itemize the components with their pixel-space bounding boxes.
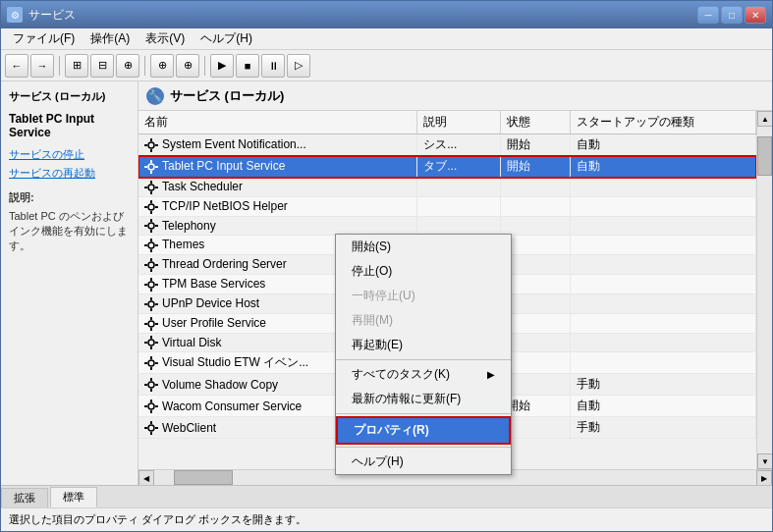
maximize-button[interactable]: □ bbox=[721, 6, 743, 24]
menu-view[interactable]: 表示(V) bbox=[138, 28, 193, 49]
forward-button[interactable]: → bbox=[30, 54, 54, 78]
context-menu-item[interactable]: プロパティ(R) bbox=[336, 416, 511, 445]
cell-status: 開始 bbox=[501, 156, 571, 178]
cell-name: System Event Notification... bbox=[138, 134, 417, 156]
svg-rect-11 bbox=[150, 181, 152, 184]
svg-rect-29 bbox=[155, 244, 158, 246]
h-scroll-right-button[interactable]: ▶ bbox=[756, 470, 772, 485]
cell-desc bbox=[417, 216, 501, 236]
col-desc[interactable]: 説明 bbox=[417, 111, 501, 134]
cell-desc bbox=[417, 178, 501, 197]
tab-standard[interactable]: 標準 bbox=[50, 487, 97, 507]
cell-startup bbox=[571, 178, 756, 197]
svg-rect-7 bbox=[150, 171, 152, 174]
table-row[interactable]: Telephony bbox=[138, 216, 756, 236]
svg-rect-68 bbox=[144, 405, 147, 407]
svg-rect-22 bbox=[150, 230, 152, 233]
table-row[interactable]: System Event Notification... シス... 開始 自動 bbox=[138, 134, 756, 156]
svg-point-25 bbox=[148, 242, 154, 248]
folder-button[interactable]: ⊟ bbox=[90, 54, 114, 78]
view-button[interactable]: ⊕ bbox=[176, 54, 199, 78]
stop-button[interactable]: ■ bbox=[236, 54, 259, 78]
svg-rect-51 bbox=[150, 336, 152, 339]
close-button[interactable]: ✕ bbox=[745, 6, 766, 24]
play-button[interactable]: ▶ bbox=[210, 54, 234, 78]
svg-point-10 bbox=[148, 185, 154, 190]
stop-service-link[interactable]: サービスの停止 bbox=[9, 147, 130, 162]
scroll-track[interactable] bbox=[757, 127, 772, 453]
cell-startup bbox=[571, 216, 756, 236]
menu-file[interactable]: ファイル(F) bbox=[5, 28, 83, 49]
svg-rect-3 bbox=[144, 144, 147, 146]
h-scroll-thumb[interactable] bbox=[174, 470, 233, 485]
main-content: サービス (ローカル) Tablet PC Input Service サービス… bbox=[1, 81, 772, 485]
svg-rect-49 bbox=[155, 323, 158, 325]
back-button[interactable]: ← bbox=[5, 54, 28, 78]
svg-rect-2 bbox=[150, 149, 152, 152]
cell-status bbox=[501, 178, 571, 197]
context-menu-separator bbox=[336, 447, 511, 448]
svg-rect-53 bbox=[144, 342, 147, 344]
minimize-button[interactable]: ─ bbox=[697, 6, 719, 24]
context-menu-item[interactable]: 開始(S) bbox=[336, 235, 511, 259]
menu-action[interactable]: 操作(A) bbox=[83, 28, 138, 49]
tab-extended[interactable]: 拡張 bbox=[1, 488, 48, 507]
svg-rect-67 bbox=[150, 410, 152, 413]
context-menu-separator bbox=[336, 359, 511, 360]
action-button[interactable]: ⊕ bbox=[116, 54, 139, 78]
table-row[interactable]: Task Scheduler bbox=[138, 178, 756, 197]
vertical-scrollbar[interactable]: ▲ ▼ bbox=[756, 111, 772, 469]
svg-rect-19 bbox=[155, 206, 158, 208]
left-panel-nav-title: サービス (ローカル) bbox=[9, 89, 130, 104]
table-row[interactable]: Tablet PC Input Service タブ... 開始 自動 bbox=[138, 156, 756, 178]
col-startup[interactable]: スタートアップの種類 bbox=[571, 111, 756, 134]
tabs: 拡張 標準 bbox=[1, 485, 772, 507]
pause-button[interactable]: ⏸ bbox=[261, 54, 285, 78]
cell-status bbox=[501, 196, 571, 216]
scroll-up-button[interactable]: ▲ bbox=[757, 111, 772, 127]
cell-startup bbox=[571, 236, 756, 255]
panel-header: 🔧 サービス (ローカル) bbox=[138, 81, 772, 111]
svg-point-35 bbox=[148, 282, 154, 288]
title-bar: ⚙ サービス ─ □ ✕ bbox=[1, 1, 772, 28]
cell-startup bbox=[571, 333, 756, 352]
svg-rect-73 bbox=[144, 427, 147, 429]
context-menu-label: 一時停止(U) bbox=[352, 288, 415, 304]
toolbar: ← → ⊞ ⊟ ⊕ ⊕ ⊕ ▶ ■ ⏸ ▷ bbox=[1, 50, 772, 81]
context-menu-item[interactable]: 再開(M) bbox=[336, 308, 511, 333]
svg-rect-44 bbox=[155, 303, 158, 305]
svg-rect-54 bbox=[155, 342, 158, 344]
svg-rect-37 bbox=[150, 289, 152, 292]
up-button[interactable]: ⊞ bbox=[65, 54, 88, 78]
col-status[interactable]: 状態 bbox=[501, 111, 571, 134]
svg-rect-43 bbox=[144, 303, 147, 305]
context-menu-label: すべてのタスク(K) bbox=[352, 366, 450, 383]
context-menu-label: ヘルプ(H) bbox=[352, 453, 404, 470]
menu-help[interactable]: ヘルプ(H) bbox=[193, 28, 260, 49]
export-button[interactable]: ⊕ bbox=[150, 54, 174, 78]
context-menu-item[interactable]: 一時停止(U) bbox=[336, 284, 511, 308]
app-icon: ⚙ bbox=[7, 7, 23, 23]
scroll-down-button[interactable]: ▼ bbox=[757, 453, 772, 469]
col-name[interactable]: 名前 bbox=[138, 111, 417, 134]
svg-rect-21 bbox=[150, 219, 152, 222]
restart-service-link[interactable]: サービスの再起動 bbox=[9, 166, 130, 181]
context-menu-item[interactable]: ヘルプ(H) bbox=[336, 450, 511, 474]
svg-point-65 bbox=[148, 403, 154, 409]
context-menu-item[interactable]: すべてのタスク(K)▶ bbox=[336, 362, 511, 387]
table-row[interactable]: TCP/IP NetBIOS Helper bbox=[138, 196, 756, 216]
cell-startup bbox=[571, 196, 756, 216]
context-menu-item[interactable]: 停止(O) bbox=[336, 259, 511, 284]
cell-startup: 自動 bbox=[571, 156, 756, 178]
svg-point-5 bbox=[148, 164, 154, 170]
context-menu-item[interactable]: 最新の情報に更新(F) bbox=[336, 387, 511, 411]
svg-rect-28 bbox=[144, 244, 147, 246]
next-button[interactable]: ▷ bbox=[287, 54, 310, 78]
h-scroll-left-button[interactable]: ◀ bbox=[138, 470, 154, 485]
context-menu-item[interactable]: 再起動(E) bbox=[336, 333, 511, 357]
context-menu-label: 再開(M) bbox=[352, 312, 393, 329]
scroll-thumb[interactable] bbox=[757, 136, 772, 176]
cell-status bbox=[501, 216, 571, 236]
context-menu-label: 最新の情報に更新(F) bbox=[352, 391, 461, 407]
svg-point-40 bbox=[148, 301, 154, 307]
